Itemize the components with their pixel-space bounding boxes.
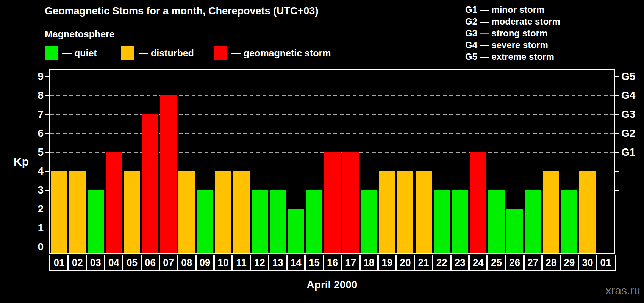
right-tick-kp3 [615, 190, 619, 191]
day-label-14: 14 [286, 255, 306, 271]
quiet-label: — quiet [62, 48, 97, 59]
day-label-30: 30 [578, 255, 597, 271]
g-tick-label-g2: G2 [621, 127, 635, 140]
bar-day-03 [88, 190, 104, 253]
y-tick-label-2: 2 [17, 203, 44, 216]
bar-day-11 [233, 171, 250, 253]
disturbed-label: — disturbed [139, 48, 194, 59]
day-label-01: 01 [49, 255, 69, 271]
left-tick-kp3 [45, 190, 49, 191]
day-label-19: 19 [377, 255, 397, 271]
day-label-06: 06 [141, 255, 160, 271]
day-label-10: 10 [213, 255, 233, 271]
x-axis-day-row: 0102030405060708091011121314151617181920… [0, 255, 644, 271]
chart-title: Geomagnetic Stoms for a month, Cherepove… [45, 5, 318, 17]
right-tick-kp6 [615, 133, 619, 134]
quiet-swatch [45, 46, 58, 60]
day-label-25: 25 [486, 255, 506, 271]
day-label-12: 12 [250, 255, 269, 271]
y-tick-label-4: 4 [17, 165, 44, 178]
left-tick-kp5 [45, 152, 49, 153]
day-label-07: 07 [159, 255, 178, 271]
day-label-09: 09 [195, 255, 215, 271]
day-label-23: 23 [450, 255, 470, 271]
right-tick-kp1 [615, 228, 619, 228]
g-tick-label-g1: G1 [621, 146, 635, 159]
bar-day-26 [506, 209, 523, 253]
day-label-29: 29 [560, 255, 579, 271]
g-tick-label-g4: G4 [621, 89, 635, 102]
left-tick-kp2 [45, 209, 49, 209]
day-label-11: 11 [231, 255, 251, 271]
bar-day-10 [215, 171, 231, 253]
day-label-21: 21 [414, 255, 433, 271]
left-tick-kp8 [45, 95, 49, 96]
gridline-kp8 [50, 95, 614, 96]
y-tick-label-9: 9 [17, 70, 44, 83]
day-label-05: 05 [122, 255, 142, 271]
y-tick-label-5: 5 [17, 146, 44, 159]
day-label-24: 24 [468, 255, 488, 271]
bar-day-05 [124, 171, 140, 253]
gridline-kp6 [50, 133, 614, 134]
gridline-kp7 [50, 114, 614, 115]
right-tick-kp7 [615, 114, 619, 115]
right-tick-kp8 [615, 95, 619, 96]
y-tick-label-1: 1 [17, 222, 44, 234]
right-tick-kp5 [615, 152, 619, 153]
g-scale-legend: G1 — minor storm G2 — moderate storm G3 … [465, 4, 560, 62]
bar-day-13 [270, 190, 286, 253]
g-tick-label-g3: G3 [621, 108, 635, 121]
right-tick-kp9 [615, 76, 619, 77]
left-tick-kp6 [45, 133, 49, 134]
legend-item-quiet: — quiet [45, 45, 97, 61]
bar-day-07 [160, 95, 177, 253]
left-tick-kp0 [45, 247, 49, 247]
bar-day-25 [488, 190, 505, 253]
bar-day-06 [142, 114, 158, 253]
geomagnetic-kp-chart: Geomagnetic Stoms for a month, Cherepove… [0, 0, 644, 303]
bar-day-04 [106, 152, 122, 253]
storm-label: — geomagnetic storm [231, 48, 331, 59]
day-label-04: 04 [104, 255, 123, 271]
y-tick-label-0: 0 [17, 241, 44, 253]
bar-day-16 [324, 152, 341, 253]
bar-day-02 [69, 171, 86, 253]
legend-item-disturbed: — disturbed [121, 45, 194, 61]
bar-day-21 [416, 171, 432, 253]
right-tick-kp0 [615, 247, 619, 247]
day-label-18: 18 [359, 255, 379, 271]
day-label-next-01: 01 [596, 255, 616, 271]
g2-legend-line: G2 — moderate storm [465, 16, 560, 27]
bar-day-19 [379, 171, 395, 253]
day-label-17: 17 [341, 255, 361, 271]
bar-day-27 [525, 190, 541, 253]
day-label-02: 02 [67, 255, 87, 271]
bar-day-14 [288, 209, 304, 253]
x-axis-title: April 2000 [49, 279, 615, 291]
plot-area [49, 69, 615, 254]
day-label-28: 28 [541, 255, 561, 271]
bar-day-28 [543, 171, 559, 253]
month-separator-line [597, 70, 597, 253]
day-label-26: 26 [505, 255, 525, 271]
bar-day-20 [397, 171, 413, 253]
g4-legend-line: G4 — severe storm [465, 39, 560, 51]
bar-day-24 [470, 152, 486, 253]
day-label-13: 13 [268, 255, 288, 271]
magnetosphere-label: Magnetosphere [45, 29, 115, 40]
bar-day-12 [252, 190, 268, 253]
left-tick-kp4 [45, 171, 49, 172]
bar-day-29 [561, 190, 577, 253]
bar-day-15 [306, 190, 322, 253]
watermark: xras.ru [605, 284, 640, 297]
bar-day-22 [434, 190, 450, 253]
day-label-16: 16 [323, 255, 342, 271]
right-tick-kp4 [615, 171, 619, 172]
day-label-22: 22 [432, 255, 452, 271]
bar-day-08 [178, 171, 195, 253]
day-label-15: 15 [304, 255, 324, 271]
g3-legend-line: G3 — strong storm [465, 27, 560, 39]
left-tick-kp9 [45, 76, 49, 77]
bar-day-30 [579, 171, 596, 253]
